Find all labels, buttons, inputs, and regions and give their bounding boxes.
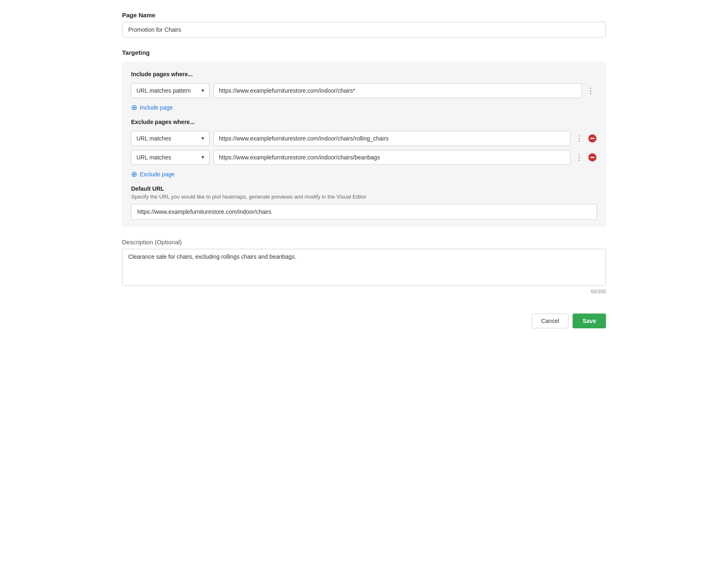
include-page-button[interactable]: ⊕ Include page: [131, 104, 173, 111]
targeting-title: Targeting: [122, 49, 606, 56]
save-button[interactable]: Save: [573, 314, 606, 328]
char-count: 66/300: [122, 289, 606, 295]
exclude-condition-row-1: URL matches URL matches pattern URL cont…: [131, 131, 597, 146]
exclude-condition-row-2: URL matches URL matches pattern URL cont…: [131, 150, 597, 165]
default-url-label: Default URL: [131, 185, 597, 192]
include-dropdown-wrapper: URL matches pattern URL matches URL cont…: [131, 83, 209, 98]
cancel-button[interactable]: Cancel: [532, 314, 569, 328]
page-name-input[interactable]: [122, 22, 606, 37]
exclude-page-button[interactable]: ⊕ Exclude page: [131, 171, 175, 178]
page-container: Page Name Targeting Include pages where.…: [110, 0, 618, 361]
exclude-url-wrapper-1: ⋮: [214, 131, 597, 146]
default-url-desc: Specify the URL you would like to plot h…: [131, 194, 597, 200]
exclude-url-input-2[interactable]: [214, 150, 571, 165]
exclude-page-label: Exclude page: [140, 171, 175, 178]
exclude-dropdown-wrapper-1: URL matches URL matches pattern URL cont…: [131, 131, 209, 146]
exclude-kebab-button-1[interactable]: ⋮: [573, 133, 585, 144]
page-name-label: Page Name: [122, 12, 606, 19]
page-name-section: Page Name: [122, 12, 606, 37]
exclude-label: Exclude pages where...: [131, 119, 597, 125]
targeting-section: Targeting Include pages where... URL mat…: [122, 49, 606, 227]
remove-icon-1: [588, 134, 597, 143]
default-url-input[interactable]: [131, 204, 597, 220]
include-plus-icon: ⊕: [131, 104, 137, 111]
exclude-url-wrapper-2: ⋮: [214, 150, 597, 165]
include-page-label: Include page: [140, 104, 173, 111]
include-dropdown[interactable]: URL matches pattern URL matches URL cont…: [131, 83, 209, 98]
svg-rect-1: [590, 138, 595, 139]
exclude-kebab-button-2[interactable]: ⋮: [573, 152, 585, 163]
targeting-block: Include pages where... URL matches patte…: [122, 62, 606, 227]
remove-icon-2: [588, 153, 597, 162]
include-kebab-button[interactable]: ⋮: [585, 85, 597, 96]
description-label: Description (Optional): [122, 239, 606, 246]
default-url-section: Default URL Specify the URL you would li…: [131, 185, 597, 220]
exclude-dropdown-1[interactable]: URL matches URL matches pattern URL cont…: [131, 131, 209, 146]
description-section: Description (Optional) Clearance sale fo…: [122, 239, 606, 295]
svg-rect-3: [590, 157, 595, 158]
include-label: Include pages where...: [131, 71, 597, 77]
exclude-dropdown-wrapper-2: URL matches URL matches pattern URL cont…: [131, 150, 209, 165]
include-condition-row: URL matches pattern URL matches URL cont…: [131, 83, 597, 98]
exclude-remove-button-1[interactable]: [588, 134, 597, 143]
exclude-url-input-1[interactable]: [214, 131, 571, 146]
include-url-input[interactable]: [214, 83, 582, 98]
description-textarea[interactable]: Clearance sale for chairs, excluding rol…: [122, 249, 606, 286]
include-url-wrapper: ⋮: [214, 83, 597, 98]
footer-actions: Cancel Save: [122, 309, 606, 328]
exclude-plus-icon: ⊕: [131, 171, 137, 178]
exclude-remove-button-2[interactable]: [588, 153, 597, 162]
exclude-dropdown-2[interactable]: URL matches URL matches pattern URL cont…: [131, 150, 209, 165]
